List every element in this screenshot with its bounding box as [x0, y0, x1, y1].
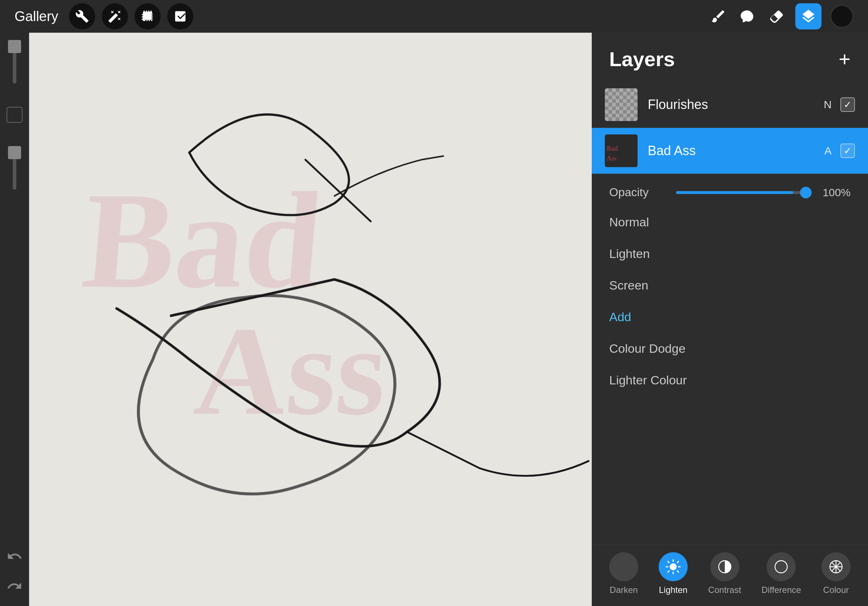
add-layer-button[interactable]: +	[839, 49, 851, 70]
transform-icon	[174, 9, 187, 23]
opacity-value: 100%	[818, 186, 851, 199]
contrast-icon	[716, 558, 733, 575]
darken-icon-bg	[609, 552, 638, 581]
canvas-artwork: Bad Ass	[29, 33, 640, 606]
difference-icon-bg	[767, 552, 796, 581]
opacity-row: Opacity 100%	[609, 186, 851, 199]
top-toolbar: Gallery	[0, 0, 868, 33]
layer-thumbnail-flourishes	[605, 88, 637, 121]
svg-line-12	[677, 561, 678, 563]
difference-icon	[772, 558, 790, 575]
category-lighten-label: Lighten	[659, 585, 688, 595]
shape-button[interactable]	[6, 107, 23, 123]
eraser-tool[interactable]	[766, 6, 787, 26]
opacity-slider[interactable]	[676, 191, 809, 194]
wrench-icon	[75, 9, 89, 23]
layer-thumbnail-art: Bad Ass	[605, 134, 637, 167]
layers-toggle-button[interactable]	[795, 3, 822, 29]
magic-wand-icon	[108, 9, 122, 23]
wrench-button[interactable]	[69, 3, 95, 29]
eraser-icon	[769, 8, 784, 24]
redo-icon	[6, 578, 23, 594]
smudge-tool[interactable]	[737, 6, 758, 26]
layers-header: Layers +	[592, 33, 868, 82]
layer-thumbnail-badass: Bad Ass	[605, 134, 637, 167]
svg-text:Bad: Bad	[607, 145, 618, 152]
svg-line-10	[668, 561, 669, 563]
layer-visible-badass[interactable]	[840, 144, 855, 158]
brush-icon	[710, 8, 726, 24]
undo-button[interactable]	[5, 547, 23, 565]
opacity-section: Opacity 100%	[592, 174, 868, 206]
svg-text:Bad: Bad	[77, 164, 328, 317]
layers-title: Layers	[609, 47, 675, 71]
blend-modes-list: Normal Lighten Screen Add Colour Dodge L…	[592, 206, 868, 544]
selection-button[interactable]	[135, 3, 161, 29]
colour-icon-bg	[822, 552, 851, 581]
color-picker-button[interactable]	[830, 5, 854, 28]
category-contrast-label: Contrast	[708, 585, 741, 595]
layer-item-flourishes[interactable]: Flourishes N	[592, 82, 868, 128]
redo-button[interactable]	[5, 577, 23, 595]
darken-icon	[615, 558, 632, 575]
brush-size-slider[interactable]	[13, 40, 16, 83]
category-lighten-button[interactable]: Lighten	[659, 552, 688, 595]
opacity-slider-left[interactable]	[13, 146, 16, 190]
layer-visible-flourishes[interactable]	[840, 97, 855, 112]
gallery-button[interactable]: Gallery	[14, 9, 58, 24]
blend-mode-add[interactable]: Add	[599, 301, 861, 333]
svg-point-5	[670, 563, 676, 570]
brush-tool[interactable]	[708, 6, 728, 26]
category-difference-button[interactable]: Difference	[761, 552, 801, 595]
svg-line-11	[677, 571, 678, 572]
smudge-icon	[739, 8, 755, 24]
layers-icon	[800, 8, 816, 24]
opacity-label: Opacity	[609, 186, 667, 199]
blend-mode-lighten[interactable]: Lighten	[599, 238, 861, 270]
blend-mode-screen[interactable]: Screen	[599, 270, 861, 301]
category-colour-label: Colour	[823, 585, 849, 595]
layer-mode-flourishes: N	[824, 99, 832, 111]
opacity-fill	[676, 191, 793, 194]
svg-text:Ass: Ass	[190, 300, 392, 441]
category-darken-label: Darken	[609, 585, 637, 595]
blend-mode-lighter-colour[interactable]: Lighter Colour	[599, 365, 861, 396]
svg-point-15	[775, 561, 788, 573]
layer-item-badass[interactable]: Bad Ass Bad Ass A	[592, 128, 868, 174]
opacity-thumb	[8, 146, 21, 159]
brush-size-thumb	[8, 40, 21, 53]
transform-button[interactable]	[167, 3, 194, 29]
svg-text:Ass: Ass	[607, 155, 617, 162]
category-colour-button[interactable]: Colour	[822, 552, 851, 595]
category-contrast-button[interactable]: Contrast	[708, 552, 741, 595]
colour-icon	[827, 558, 845, 575]
magic-wand-button[interactable]	[102, 3, 128, 29]
toolbar-right	[708, 3, 854, 29]
opacity-thumb	[800, 187, 812, 198]
left-sidebar	[0, 33, 29, 606]
lighten-icon-bg	[659, 552, 688, 581]
undo-icon	[6, 548, 23, 564]
category-difference-label: Difference	[761, 585, 801, 595]
blend-category-bar: Darken Li	[592, 544, 868, 606]
contrast-icon-bg	[710, 552, 739, 581]
lighten-icon	[665, 558, 682, 575]
blend-mode-colour-dodge[interactable]: Colour Dodge	[599, 333, 861, 365]
category-darken-button[interactable]: Darken	[609, 552, 638, 595]
layer-name-badass: Bad Ass	[648, 143, 825, 158]
svg-line-13	[668, 571, 669, 572]
blend-mode-normal[interactable]: Normal	[599, 206, 861, 238]
selection-icon	[141, 9, 155, 23]
canvas-area[interactable]: Bad Ass	[29, 33, 640, 606]
layers-panel: Layers + Flourishes N Bad Ass Bad Ass A …	[592, 33, 868, 606]
layer-mode-badass: A	[825, 145, 832, 157]
layer-name-flourishes: Flourishes	[648, 97, 824, 112]
